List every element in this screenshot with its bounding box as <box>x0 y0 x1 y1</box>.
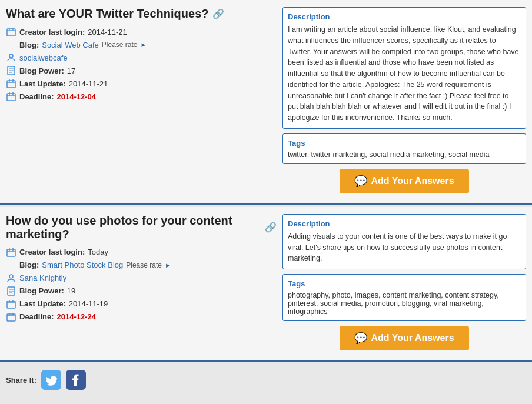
tags-text-1: twitter, twitter marketing, social media… <box>288 151 521 159</box>
creator-label-1: Creator last login: <box>19 28 85 36</box>
meta-user-1: socialwebcafe <box>6 52 277 63</box>
power-value-2: 19 <box>67 286 75 295</box>
svg-rect-30 <box>7 314 15 321</box>
tags-title-2: Tags <box>288 279 521 288</box>
tags-text-2: photography, photo, images, content mark… <box>288 291 521 316</box>
blog-label-2: Blog: <box>19 261 39 269</box>
deadline-value-1: 2014-12-04 <box>57 92 97 101</box>
meta-deadline-2: Deadline: 2014-12-24 <box>6 312 277 322</box>
power-label-2: Blog Power: <box>19 286 64 295</box>
add-answers-btn-2[interactable]: 💬 Add Your Answers <box>340 326 469 350</box>
cal-icon-2 <box>6 247 16 258</box>
link-icon-1[interactable]: 🔗 <box>212 8 224 19</box>
svg-rect-17 <box>7 249 15 256</box>
meta-blog-1: Blog: Social Web Cafe Please rate ► <box>6 39 277 50</box>
update-label-1: Last Update: <box>19 79 66 88</box>
creator-label-2: Creator last login: <box>19 248 85 256</box>
tags-box-1: Tags twitter, twitter marketing, social … <box>282 133 526 164</box>
meta-update-2: Last Update: 2014-11-19 <box>6 299 277 309</box>
post-title-text-1: What are YOUR Twitter Techniques? <box>6 7 209 21</box>
blog-label-1: Blog: <box>19 41 39 49</box>
please-rate-2[interactable]: Please rate <box>126 261 162 269</box>
blog-icon-spacer-2 <box>6 260 16 271</box>
tags-box-2: Tags photography, photo, images, content… <box>282 274 526 321</box>
svg-rect-26 <box>7 301 15 308</box>
please-rate-1[interactable]: Please rate <box>102 41 138 49</box>
post-block-1: What are YOUR Twitter Techniques? 🔗 Crea… <box>0 0 532 205</box>
power-label-1: Blog Power: <box>19 66 64 75</box>
creator-value-1: 2014-11-21 <box>88 28 127 36</box>
post-inner-1: What are YOUR Twitter Techniques? 🔗 Crea… <box>6 7 526 193</box>
update-value-2: 2014-11-19 <box>69 299 108 308</box>
blog-icon-spacer-1 <box>6 39 16 50</box>
post-block-2: How do you use photos for your content m… <box>0 207 532 362</box>
svg-point-21 <box>9 275 13 278</box>
cal-icon-update-2 <box>6 299 16 309</box>
meta-blog-2: Blog: Smart Photo Stock Blog Please rate… <box>6 260 277 271</box>
post-title-text-2: How do you use photos for your content m… <box>6 214 261 241</box>
blog-link-1[interactable]: Social Web Cafe <box>42 41 99 49</box>
blog-link-2[interactable]: Smart Photo Stock Blog <box>42 261 123 269</box>
arrow-icon-2: ► <box>165 262 171 269</box>
update-label-2: Last Update: <box>19 299 66 308</box>
description-title-2: Description <box>288 219 521 228</box>
power-value-1: 17 <box>67 66 75 75</box>
meta-user-2: Sana Knightly <box>6 273 277 283</box>
doc-icon-2 <box>6 286 16 296</box>
meta-power-1: Blog Power: 17 <box>6 65 277 76</box>
add-answers-label-2: Add Your Answers <box>371 333 454 343</box>
description-box-1: Description I am writing an article abou… <box>282 7 526 129</box>
link-icon-2[interactable]: 🔗 <box>265 222 277 233</box>
right-col-2: Description Adding visuals to your conte… <box>282 214 526 350</box>
username-link-2[interactable]: Sana Knightly <box>19 273 66 282</box>
deadline-label-2: Deadline: <box>19 312 54 321</box>
tags-title-1: Tags <box>288 139 521 148</box>
svg-point-4 <box>9 54 13 58</box>
doc-icon-1 <box>6 65 16 76</box>
left-col-1: What are YOUR Twitter Techniques? 🔗 Crea… <box>6 7 277 193</box>
cal-icon-deadline-2 <box>6 312 16 322</box>
deadline-value-2: 2014-12-24 <box>57 312 97 321</box>
twitter-share-btn[interactable] <box>41 370 61 390</box>
add-answers-btn-1[interactable]: 💬 Add Your Answers <box>340 169 469 193</box>
meta-creator-1: Creator last login: 2014-11-21 <box>6 26 277 37</box>
description-title-1: Description <box>288 12 521 21</box>
cal-icon-1 <box>6 26 16 37</box>
share-bar: Share It: <box>0 364 532 393</box>
username-link-1[interactable]: socialwebcafe <box>19 54 68 62</box>
cal-icon-deadline-1 <box>6 91 16 102</box>
svg-rect-13 <box>7 94 15 101</box>
update-value-1: 2014-11-21 <box>69 79 108 88</box>
post-title-2: How do you use photos for your content m… <box>6 214 277 241</box>
description-text-2: Adding visuals to your content is one of… <box>288 231 521 264</box>
add-answers-label-1: Add Your Answers <box>371 176 454 186</box>
svg-rect-9 <box>7 81 15 88</box>
right-col-1: Description I am writing an article abou… <box>282 7 526 193</box>
meta-power-2: Blog Power: 19 <box>6 286 277 296</box>
meta-creator-2: Creator last login: Today <box>6 247 277 258</box>
post-title-1: What are YOUR Twitter Techniques? 🔗 <box>6 7 277 21</box>
facebook-share-btn[interactable] <box>66 370 86 390</box>
share-label: Share It: <box>6 376 36 385</box>
svg-rect-0 <box>7 29 15 36</box>
chat-icon-2: 💬 <box>354 332 367 345</box>
creator-value-2: Today <box>88 248 108 256</box>
chat-icon-1: 💬 <box>354 175 367 188</box>
page-wrapper: What are YOUR Twitter Techniques? 🔗 Crea… <box>0 0 532 393</box>
left-col-2: How do you use photos for your content m… <box>6 214 277 350</box>
meta-update-1: Last Update: 2014-11-21 <box>6 78 277 89</box>
user-icon-1 <box>6 52 16 63</box>
description-text-1: I am writing an article about social inf… <box>288 24 521 123</box>
cal-icon-update-1 <box>6 78 16 89</box>
meta-deadline-1: Deadline: 2014-12-04 <box>6 91 277 102</box>
deadline-label-1: Deadline: <box>19 92 54 101</box>
arrow-icon-1: ► <box>141 41 147 48</box>
user-icon-2 <box>6 273 16 283</box>
description-box-2: Description Adding visuals to your conte… <box>282 214 526 269</box>
post-inner-2: How do you use photos for your content m… <box>6 214 526 350</box>
